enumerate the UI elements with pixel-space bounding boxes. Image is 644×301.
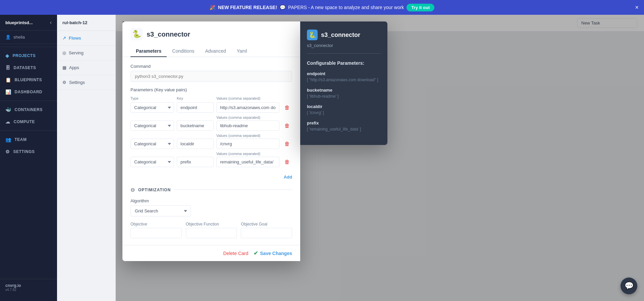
projects-icon: ◈	[5, 53, 9, 58]
sidebar-item-dashboard[interactable]: 📊 DASHBOARD	[0, 86, 57, 98]
footer-version: v4.7.62	[5, 288, 52, 292]
compute-icon: ☁	[5, 119, 10, 124]
sub-sidebar-item-apps[interactable]: ▦ Apps	[57, 60, 115, 75]
sidebar-item-containers[interactable]: 🐳 CONTAINERS	[0, 104, 57, 116]
sub-sidebar-item-serving[interactable]: ◎ Serving	[57, 46, 115, 60]
tab-parameters[interactable]: Parameters	[130, 46, 167, 57]
sidebar-divider-top	[0, 47, 57, 47]
config-param-value-localdir: [ '/cnvrg' ]	[307, 110, 381, 115]
dialog-container: 🐍 s3_connector Parameters Conditions Adv…	[122, 21, 387, 266]
content-area: RU New Task Data Task Train Task 🐍 s3_co…	[116, 15, 644, 301]
objective-goal-label: Objective Goal	[241, 222, 292, 227]
config-param-localdir: localdir [ '/cnvrg' ]	[307, 104, 381, 115]
objective-function-input[interactable]	[186, 228, 237, 238]
tab-yaml[interactable]: Yaml	[231, 46, 253, 57]
modal-header: 🐍 s3_connector	[122, 21, 300, 40]
settings-label: SETTINGS	[13, 149, 35, 154]
sidebar-item-team[interactable]: 👥 TEAM	[0, 134, 57, 146]
command-input[interactable]	[130, 71, 292, 82]
param-key-input-2[interactable]	[177, 120, 214, 131]
dashboard-icon: 📊	[5, 89, 11, 95]
algorithm-select[interactable]: Grid Search Random Search Bayesian Searc…	[130, 205, 191, 216]
sub-sidebar: rul-batch-12 ↗ Flows ◎ Serving ▦ Apps ⚙ …	[57, 15, 116, 301]
save-changes-button[interactable]: ✔ Save Changes	[254, 250, 292, 256]
blueprints-icon: 📋	[5, 77, 11, 83]
footer-brand: cnvrg.io	[5, 283, 52, 288]
sidebar-app-name: blueprintsd...	[5, 20, 33, 25]
compute-label: COMPUTE	[14, 119, 35, 124]
tab-advanced[interactable]: Advanced	[200, 46, 231, 57]
objective-goal-col: Objective Goal	[241, 222, 292, 238]
blueprints-label: BLUEPRINTS	[15, 78, 42, 82]
sidebar-user[interactable]: 👤 sheila	[0, 31, 57, 44]
config-param-name-endpoint: endpoint	[307, 71, 381, 76]
param-key-input-1[interactable]	[177, 102, 214, 113]
param-type-select-3[interactable]: Categorical	[130, 139, 174, 149]
sidebar-footer: cnvrg.io v4.7.62	[0, 279, 57, 296]
sub-sidebar-item-flows[interactable]: ↗ Flows	[57, 31, 115, 46]
try-it-out-button[interactable]: Try it out	[407, 4, 434, 11]
algorithm-label: Algorithm	[130, 198, 292, 203]
containers-icon: 🐳	[5, 107, 11, 112]
right-panel-icon: 🐍	[307, 30, 318, 40]
banner-papers-text: PAPERS - A new space to analyze and shar…	[288, 5, 404, 10]
containers-label: CONTAINERS	[15, 107, 43, 112]
param-type-select-1[interactable]: Categorical	[130, 102, 174, 113]
modal-overlay: 🐍 s3_connector Parameters Conditions Adv…	[116, 15, 644, 301]
param-type-select-4[interactable]: Categorical	[130, 157, 174, 167]
objective-grid: Objective Objective Function Objective G…	[130, 222, 292, 238]
param-values-header-1: Type Key Values (comma separated)	[130, 96, 292, 100]
delete-param-button-2[interactable]: 🗑	[282, 123, 292, 129]
modal-tabs: Parameters Conditions Advanced Yaml	[122, 46, 300, 57]
sub-sidebar-header: rul-batch-12	[57, 15, 115, 31]
sidebar-divider-containers	[0, 101, 57, 101]
chat-button[interactable]: 💬	[621, 278, 637, 294]
delete-param-button-4[interactable]: 🗑	[282, 159, 292, 165]
settings-sub-icon: ⚙	[62, 80, 66, 85]
configurable-title: Configurable Parameters:	[307, 60, 381, 66]
param-key-input-4[interactable]	[177, 157, 214, 167]
modal-python-icon: 🐍	[130, 28, 143, 40]
settings-icon: ⚙	[5, 149, 10, 154]
username: sheila	[13, 35, 25, 40]
add-param-button[interactable]: Add	[284, 174, 292, 180]
right-panel-title: 🐍 s3_connector	[307, 30, 381, 40]
param-row-1: Categorical 🗑	[130, 102, 292, 113]
param-key-input-3[interactable]	[177, 139, 214, 149]
delete-param-button-3[interactable]: 🗑	[282, 141, 292, 147]
config-param-value-endpoint: [ "http://s3.amazonaws.com download" ]	[307, 78, 381, 82]
top-banner: 🎉 NEW FEATURE RELEASE! 💬 PAPERS - A new …	[0, 0, 644, 15]
param-type-select-2[interactable]: Categorical	[130, 120, 174, 131]
param-value-input-3[interactable]	[216, 139, 279, 149]
sidebar-item-settings[interactable]: ⚙ SETTINGS	[0, 146, 57, 158]
settings-sub-label: Settings	[69, 80, 85, 85]
param-value-input-1[interactable]	[216, 102, 279, 113]
param-row-4: Categorical 🗑	[130, 157, 292, 167]
objective-input[interactable]	[130, 228, 182, 238]
sidebar-collapse-button[interactable]: ‹	[50, 19, 52, 26]
tab-conditions[interactable]: Conditions	[167, 46, 200, 57]
sub-sidebar-item-settings[interactable]: ⚙ Settings	[57, 75, 115, 90]
delete-card-button[interactable]: Delete Card	[223, 251, 249, 256]
modal-body: Command Parameters (Key value pairs) Typ…	[122, 57, 300, 245]
user-icon: 👤	[5, 35, 11, 40]
param-value-input-2[interactable]	[216, 120, 279, 131]
close-banner-button[interactable]: ×	[635, 4, 639, 11]
optimization-toggle-button[interactable]: ⊖	[130, 187, 135, 193]
chat-icon: 💬	[625, 282, 634, 290]
save-changes-label: Save Changes	[260, 251, 292, 256]
params-section-title: Parameters (Key value pairs)	[130, 87, 292, 92]
sidebar-item-compute[interactable]: ☁ COMPUTE	[0, 116, 57, 128]
sidebar-item-blueprints[interactable]: 📋 BLUEPRINTS	[0, 74, 57, 86]
right-panel-title-text: s3_connector	[321, 32, 360, 39]
delete-param-button-1[interactable]: 🗑	[282, 105, 292, 111]
dashboard-label: DASHBOARD	[15, 90, 43, 94]
objective-goal-input[interactable]	[241, 228, 292, 238]
modal-footer: Delete Card ✔ Save Changes	[122, 245, 300, 261]
sidebar-item-datasets[interactable]: 🗄 DATASETS	[0, 62, 57, 74]
apps-icon: ▦	[62, 65, 66, 70]
flows-icon: ↗	[62, 36, 66, 41]
optimization-section: ⊖ OPTIMIZATION	[130, 187, 292, 193]
sidebar-item-projects[interactable]: ◈ PROJECTS	[0, 50, 57, 62]
param-value-input-4[interactable]	[216, 157, 279, 167]
